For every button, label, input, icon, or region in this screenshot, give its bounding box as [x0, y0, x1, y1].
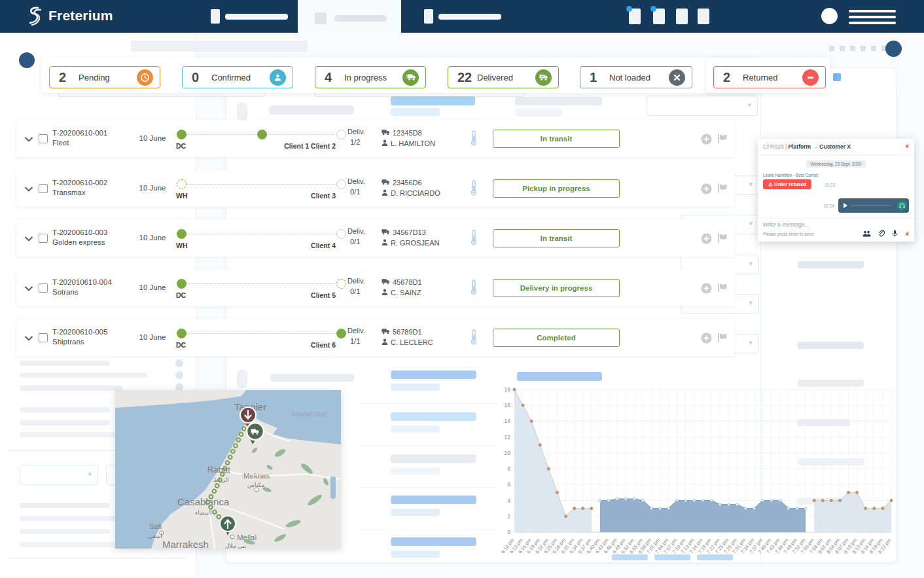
shipment-ref: T-202010610-004 — [52, 278, 112, 287]
status-button[interactable]: In transit — [493, 130, 620, 148]
area-chart-svg: 0246810121416186:10 pm6:13 pm6:16 pm6:19… — [499, 382, 897, 563]
truck-id: 34567D13 — [393, 227, 426, 238]
expand-chevron-icon[interactable] — [24, 333, 33, 344]
shipment-date: 10 June — [128, 234, 177, 242]
chart-area-segment-3 — [814, 492, 891, 532]
chart-point — [530, 420, 533, 422]
add-icon[interactable] — [701, 333, 712, 346]
flag-icon[interactable] — [718, 134, 728, 146]
pill-delivered[interactable]: 22 Delivered — [448, 66, 559, 88]
add-icon[interactable] — [701, 233, 712, 247]
row-checkbox[interactable] — [39, 184, 48, 193]
chart-point — [821, 499, 824, 501]
add-icon[interactable] — [701, 183, 712, 197]
nav-item-icon[interactable] — [211, 9, 220, 24]
sidebar-filter-select[interactable]: ▾ — [20, 465, 98, 485]
row-checkbox[interactable] — [39, 333, 48, 342]
nav-item-placeholder[interactable] — [438, 14, 501, 20]
expand-chevron-icon[interactable] — [24, 283, 33, 295]
thermometer-icon[interactable] — [471, 280, 477, 298]
status-button[interactable]: Completed — [493, 329, 620, 347]
deliveries-label: Deliv. — [347, 176, 365, 187]
deliveries-label: Deliv. — [347, 126, 365, 137]
chat-message-input[interactable] — [763, 221, 848, 228]
person-icon — [270, 69, 286, 86]
close-icon[interactable]: × — [905, 230, 909, 238]
map-reservoir — [330, 477, 336, 499]
chevron-down-icon: ▾ — [749, 338, 753, 347]
destination-label: Client 4 — [232, 242, 336, 249]
brand-logo[interactable]: Freterium — [25, 5, 113, 26]
skeleton-bar — [391, 454, 476, 463]
pill-pending[interactable]: 2 Pending — [49, 66, 160, 88]
destination-label: Client 6 — [232, 341, 336, 349]
pill-in-progress[interactable]: 4 In progress — [315, 66, 426, 88]
expand-chevron-icon[interactable] — [24, 183, 33, 195]
pill-returned[interactable]: 2 Returned — [713, 66, 826, 88]
chart-point — [693, 499, 696, 501]
nav-tab-active[interactable] — [298, 0, 401, 33]
add-icon[interactable] — [701, 134, 712, 147]
chart-point — [624, 497, 627, 500]
nav-item-icon[interactable] — [424, 9, 433, 24]
map-label: Rabat — [207, 465, 230, 475]
row-checkbox[interactable] — [39, 234, 48, 243]
add-icon[interactable] — [701, 283, 712, 297]
nav-icon-button[interactable] — [676, 9, 688, 24]
nav-item-placeholder[interactable] — [225, 14, 288, 20]
origin-label: DC — [176, 142, 186, 150]
play-icon[interactable] — [844, 203, 847, 208]
pill-confirmed[interactable]: 0 Confirmed — [182, 66, 293, 88]
microphone-icon[interactable] — [892, 230, 898, 238]
thermometer-icon[interactable] — [471, 230, 477, 248]
pill-not-loaded[interactable]: 1 Not loaded — [580, 66, 692, 88]
chart-point — [564, 515, 567, 518]
audio-progress-line — [851, 206, 891, 206]
skeleton-tab-bar — [131, 41, 308, 52]
table-row[interactable]: T-20200610-005Shiptrans 10 June DC Clien… — [16, 319, 735, 356]
expand-chevron-icon[interactable] — [24, 134, 33, 145]
row-checkbox[interactable] — [39, 134, 48, 143]
chevron-down-icon: ▾ — [749, 219, 753, 228]
driver-name: L. HAMILTON — [391, 138, 435, 149]
thermometer-icon[interactable] — [471, 329, 477, 348]
deliveries-count: 0/1 — [347, 236, 365, 247]
audio-message-bubble[interactable] — [838, 198, 909, 213]
chart-point — [762, 499, 764, 501]
thermometer-icon[interactable] — [471, 130, 477, 149]
thermometer-icon[interactable] — [471, 180, 477, 198]
map-label: Mellal — [237, 533, 257, 541]
flag-icon[interactable] — [718, 183, 728, 196]
row-checkbox[interactable] — [39, 283, 48, 293]
status-button[interactable]: Delivery in progress — [493, 279, 620, 297]
avatar[interactable] — [821, 8, 838, 24]
flag-icon[interactable] — [718, 283, 728, 295]
status-button[interactable]: Pickup in progress — [493, 179, 620, 198]
paperclip-icon[interactable] — [878, 230, 885, 238]
expand-chevron-icon[interactable] — [24, 233, 33, 245]
deliveries-time-chart[interactable]: 0246810121416186:10 pm6:13 pm6:16 pm6:19… — [499, 382, 897, 566]
map-label: Alboran Sea — [290, 410, 327, 418]
close-icon[interactable]: × — [905, 143, 909, 150]
flag-icon[interactable] — [718, 333, 728, 345]
status-button[interactable]: In transit — [493, 229, 620, 247]
skeleton-bar — [20, 361, 110, 366]
toolbar-select[interactable]: ▾ — [647, 96, 758, 116]
brand-name: Freterium — [48, 8, 113, 24]
origin-label: DC — [176, 291, 186, 299]
origin-label: WH — [176, 242, 188, 249]
map-label: Meknes — [243, 472, 270, 480]
group-icon[interactable] — [862, 230, 871, 238]
shipment-ref: T-20200610-003 — [52, 228, 107, 238]
table-row[interactable]: T-20200610-001Fleet 10 June DC Client 1 … — [16, 120, 735, 157]
divider — [8, 558, 187, 558]
user-shortcut-circle[interactable] — [885, 41, 902, 57]
nav-icon-button[interactable] — [698, 9, 709, 24]
route-map[interactable]: TangierAlboran SeaRabatالرباطMeknesمكناس… — [115, 390, 341, 549]
table-row[interactable]: T-20200610-002Transmax 10 June WH Client… — [16, 170, 735, 207]
chart-point — [641, 499, 644, 501]
flag-icon[interactable] — [718, 233, 728, 245]
chart-point — [684, 499, 687, 501]
table-row[interactable]: T-202010610-004Sotrans 10 June DC Client… — [16, 270, 735, 306]
table-row[interactable]: T-20200610-003Golden express 10 June WH … — [16, 220, 735, 257]
